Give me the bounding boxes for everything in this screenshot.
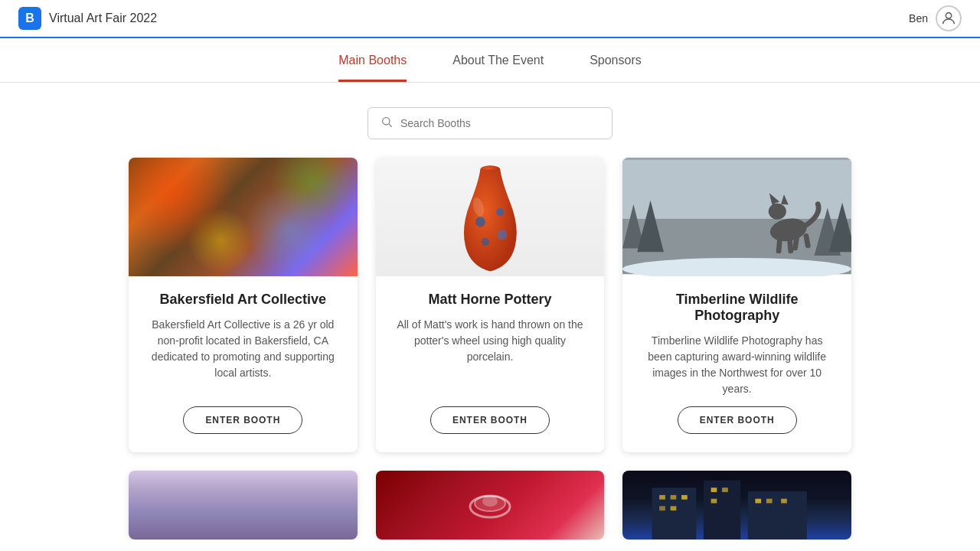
- search-box: [368, 107, 612, 139]
- booth-body-wildlife: Timberline Wildlife Photography Timberli…: [622, 276, 851, 452]
- booth-card-pottery: Matt Horne Pottery All of Matt's work is…: [376, 158, 605, 452]
- app-title: Virtual Art Fair 2022: [49, 11, 157, 25]
- booth-desc-wildlife: Timberline Wildlife Photography has been…: [641, 333, 833, 397]
- search-icon: [381, 116, 393, 131]
- booth-title-wildlife: Timberline Wildlife Photography: [641, 292, 833, 324]
- nav-item-about-event[interactable]: About The Event: [452, 54, 544, 82]
- svg-line-2: [389, 124, 392, 127]
- svg-point-1: [383, 118, 390, 125]
- booth-image-building: [622, 471, 851, 540]
- header-left: B Virtual Art Fair 2022: [18, 7, 157, 30]
- booth-title-pottery: Matt Horne Pottery: [428, 292, 551, 308]
- logo-icon: B: [18, 7, 41, 30]
- header-right: Ben: [909, 5, 962, 31]
- booth-image-pottery: [376, 158, 605, 276]
- svg-rect-34: [660, 507, 666, 511]
- svg-rect-40: [766, 499, 773, 504]
- booth-card-bottom-1: [129, 471, 358, 540]
- booth-body-bakersfield: Bakersfield Art Collective Bakersfield A…: [129, 276, 358, 452]
- svg-point-27: [482, 496, 498, 507]
- booth-title-bakersfield: Bakersfield Art Collective: [160, 292, 326, 308]
- search-container: [0, 83, 980, 158]
- svg-rect-33: [681, 495, 688, 500]
- avatar[interactable]: [936, 5, 962, 31]
- booth-image-wildlife: [622, 158, 851, 276]
- enter-booth-button-pottery[interactable]: ENTER BOOTH: [430, 406, 550, 434]
- booths-grid: Bakersfield Art Collective Bakersfield A…: [0, 158, 980, 471]
- main-nav: Main Booths About The Event Sponsors: [0, 38, 980, 83]
- enter-booth-button-bakersfield[interactable]: ENTER BOOTH: [183, 406, 302, 434]
- svg-point-0: [946, 13, 951, 18]
- svg-rect-31: [660, 495, 666, 500]
- svg-rect-35: [671, 507, 677, 511]
- svg-point-7: [497, 230, 507, 240]
- svg-point-17: [769, 204, 786, 220]
- nav-item-sponsors[interactable]: Sponsors: [590, 54, 642, 82]
- booth-card-bottom-2: [376, 471, 605, 540]
- svg-point-5: [496, 208, 504, 216]
- svg-rect-38: [711, 499, 717, 504]
- svg-rect-41: [781, 499, 787, 504]
- svg-rect-36: [711, 488, 717, 493]
- booth-card-bottom-3: [622, 471, 851, 540]
- nav-item-main-booths[interactable]: Main Booths: [338, 54, 407, 82]
- booths-grid-bottom: [0, 471, 980, 540]
- svg-point-6: [481, 238, 488, 246]
- booth-card-bakersfield: Bakersfield Art Collective Bakersfield A…: [129, 158, 358, 452]
- svg-rect-37: [722, 488, 728, 493]
- svg-rect-32: [671, 495, 677, 500]
- booth-card-wildlife: Timberline Wildlife Photography Timberli…: [622, 158, 851, 452]
- booth-image-ring: [376, 471, 605, 540]
- user-name: Ben: [909, 12, 928, 24]
- enter-booth-button-wildlife[interactable]: ENTER BOOTH: [678, 406, 797, 434]
- svg-rect-30: [748, 491, 807, 540]
- booth-desc-pottery: All of Matt's work is hand thrown on the…: [394, 317, 586, 365]
- search-input[interactable]: [400, 117, 599, 129]
- header: B Virtual Art Fair 2022 Ben: [0, 0, 980, 38]
- svg-point-4: [475, 217, 485, 227]
- booth-body-pottery: Matt Horne Pottery All of Matt's work is…: [376, 276, 605, 452]
- booth-image-threads: [129, 471, 358, 540]
- booth-desc-bakersfield: Bakersfield Art Collective is a 26 yr ol…: [147, 317, 339, 381]
- booth-image-bakersfield: [129, 158, 358, 276]
- svg-rect-39: [756, 499, 762, 504]
